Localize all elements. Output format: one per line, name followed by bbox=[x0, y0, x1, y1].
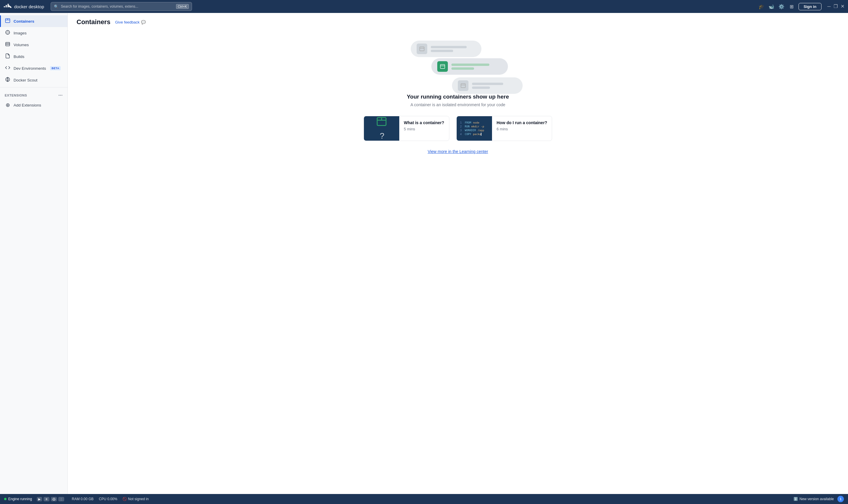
extensions-section: Extensions ··· bbox=[0, 89, 67, 99]
info-icon: ℹ️ bbox=[794, 497, 798, 501]
sidebar-item-volumes-label: Volumes bbox=[14, 43, 29, 47]
svg-rect-19 bbox=[420, 47, 424, 51]
card-1-info: What is a container? 5 mins bbox=[399, 116, 449, 141]
pill-3-icon bbox=[458, 80, 468, 91]
tutorial-cards: ? What is a container? 5 mins 1 FROM bbox=[364, 116, 552, 141]
code-kw-1: FROM bbox=[465, 121, 471, 124]
no-sign-icon: 🚫 bbox=[122, 497, 127, 501]
pause-ctrl[interactable]: ⏸ bbox=[44, 497, 50, 501]
sidebar-item-dev-environments-label: Dev Environments bbox=[14, 66, 46, 71]
page-header: Containers Give feedback 💬 bbox=[68, 13, 848, 26]
signin-button[interactable]: Sign in bbox=[798, 3, 821, 10]
sidebar-item-volumes[interactable]: Volumes bbox=[0, 39, 67, 51]
settings-icon[interactable]: ⚙️ bbox=[779, 4, 784, 10]
containers-illustration bbox=[387, 32, 529, 91]
pill-2-icon bbox=[437, 61, 448, 72]
close-button[interactable]: ✕ bbox=[841, 4, 845, 9]
question-mark-icon: ? bbox=[380, 131, 384, 141]
code-line-3: 3 WORKDIR /app bbox=[460, 129, 488, 132]
card-1-duration: 5 mins bbox=[404, 127, 444, 131]
page-title: Containers bbox=[76, 18, 110, 26]
container-icon bbox=[376, 116, 387, 129]
box-icon bbox=[5, 18, 11, 24]
menu-ctrl[interactable]: ⋮ bbox=[58, 497, 64, 501]
illustration-pill-2 bbox=[431, 58, 508, 75]
maximize-button[interactable]: ❐ bbox=[834, 4, 838, 9]
engine-status-label: Engine running bbox=[8, 497, 32, 501]
feedback-label: Give feedback bbox=[115, 20, 140, 24]
engine-running-dot bbox=[4, 498, 6, 500]
sidebar-item-builds-label: Builds bbox=[14, 54, 24, 59]
code-val-4: packa bbox=[473, 133, 481, 136]
illustration-pill-3 bbox=[452, 77, 523, 94]
window-controls: ─ ❐ ✕ bbox=[827, 4, 845, 9]
svg-rect-0 bbox=[4, 6, 5, 7]
add-icon: ⊕ bbox=[5, 102, 11, 108]
search-shortcut-badge: Ctrl+K bbox=[176, 4, 189, 9]
card-2-title: How do I run a container? bbox=[497, 120, 547, 125]
empty-state-title: Your running containers show up here bbox=[407, 93, 509, 100]
whale-icon[interactable]: 🐋 bbox=[768, 4, 774, 10]
card-2-duration: 6 mins bbox=[497, 127, 547, 131]
sidebar-item-containers[interactable]: Containers bbox=[0, 15, 67, 27]
app-name: docker desktop bbox=[14, 4, 44, 9]
sidebar-nav: Containers Images Volumes Builds bbox=[0, 13, 67, 494]
sidebar-item-builds[interactable]: Builds bbox=[0, 51, 67, 62]
code-num-4: 4 bbox=[460, 133, 463, 136]
tutorial-card-1[interactable]: ? What is a container? 5 mins bbox=[364, 116, 449, 141]
sidebar-item-docker-scout-label: Docker Scout bbox=[14, 78, 37, 83]
give-feedback-link[interactable]: Give feedback 💬 bbox=[115, 20, 146, 24]
not-signed-in-label: 🚫 Not signed in bbox=[122, 497, 149, 501]
add-extensions-label: Add Extensions bbox=[14, 103, 41, 107]
card-1-thumbnail: ? bbox=[364, 116, 399, 141]
card-2-thumbnail: 1 FROM node 2 RUN mkdir -p 3 WORKDIR bbox=[457, 116, 492, 141]
svg-point-10 bbox=[7, 32, 8, 33]
new-version-label: New version available bbox=[799, 497, 834, 501]
grid-icon[interactable]: ⊞ bbox=[789, 4, 794, 10]
svg-rect-23 bbox=[461, 84, 466, 88]
new-version-notice[interactable]: ℹ️ New version available bbox=[794, 497, 834, 501]
notification-badge[interactable]: 1 bbox=[837, 496, 844, 502]
svg-rect-15 bbox=[5, 42, 10, 46]
sidebar: Containers Images Volumes Builds bbox=[0, 13, 68, 494]
image-icon bbox=[5, 30, 11, 36]
code-num-2: 2 bbox=[460, 125, 463, 128]
sidebar-item-docker-scout[interactable]: Docker Scout bbox=[0, 74, 67, 86]
cursor-icon bbox=[481, 133, 481, 136]
learning-center-link[interactable]: View more in the Learning center bbox=[428, 149, 488, 154]
code-val-3: /app bbox=[478, 129, 484, 132]
learn-icon[interactable]: 🎓 bbox=[759, 4, 764, 10]
sidebar-item-dev-environments[interactable]: Dev Environments BETA bbox=[0, 62, 67, 74]
search-placeholder-text: Search for images, containers, volumes, … bbox=[61, 4, 138, 8]
code-line-4: 4 COPY packa bbox=[460, 133, 488, 136]
engine-status: Engine running bbox=[4, 497, 32, 501]
sidebar-item-images[interactable]: Images bbox=[0, 27, 67, 39]
play-ctrl[interactable]: ▶ bbox=[37, 497, 42, 501]
feedback-icon: 💬 bbox=[141, 20, 146, 24]
build-icon bbox=[5, 53, 11, 60]
titlebar: docker desktop 🔍 Search for images, cont… bbox=[0, 0, 848, 13]
code-val-1: node bbox=[473, 121, 479, 124]
svg-point-9 bbox=[5, 30, 10, 34]
code-line-1: 1 FROM node bbox=[460, 121, 488, 124]
code-num-3: 3 bbox=[460, 129, 463, 132]
empty-state: Your running containers show up here A c… bbox=[68, 26, 848, 163]
card-1-thumb-content: ? bbox=[376, 116, 387, 141]
empty-state-subtitle: A container is an isolated environment f… bbox=[411, 102, 505, 107]
code-line-2: 2 RUN mkdir -p bbox=[460, 125, 488, 128]
statusbar: Engine running ▶ ⏸ ⏻ ⋮ RAM 0.00 GB CPU 0… bbox=[0, 494, 848, 504]
sidebar-item-add-extensions[interactable]: ⊕ Add Extensions bbox=[0, 99, 67, 111]
illustration-pill-1 bbox=[411, 41, 481, 57]
sidebar-item-containers-label: Containers bbox=[14, 19, 34, 23]
engine-controls: ▶ ⏸ ⏻ ⋮ bbox=[37, 497, 64, 501]
extensions-label: Extensions bbox=[5, 93, 27, 97]
power-ctrl[interactable]: ⏻ bbox=[51, 497, 57, 501]
dev-icon bbox=[5, 65, 11, 72]
extensions-more-button[interactable]: ··· bbox=[58, 93, 63, 98]
minimize-button[interactable]: ─ bbox=[827, 4, 831, 9]
tutorial-card-2[interactable]: 1 FROM node 2 RUN mkdir -p 3 WORKDIR bbox=[456, 116, 552, 141]
app-body: Containers Images Volumes Builds bbox=[0, 13, 848, 494]
status-right: ℹ️ New version available 1 bbox=[794, 496, 844, 502]
search-bar[interactable]: 🔍 Search for images, containers, volumes… bbox=[51, 2, 192, 11]
svg-rect-21 bbox=[440, 65, 445, 69]
